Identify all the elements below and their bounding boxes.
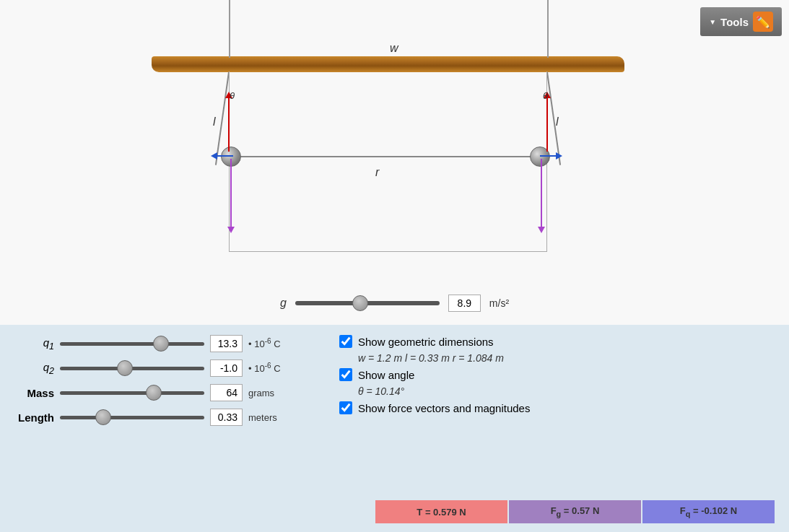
r-label: r [375,166,379,179]
q1-value-box[interactable]: 13.3 [210,335,243,352]
gravity-arrow-left [230,159,232,231]
theta-label-right: θ [543,90,548,101]
tools-label: Tools [720,16,749,28]
force-bar-Fq: Fq = -0.102 N [642,500,775,523]
q2-value-box[interactable]: -1.0 [210,359,243,377]
show-angle-label: Show angle [358,369,414,381]
angle-value: θ = 10.14° [358,385,775,397]
string-left-top [229,0,230,58]
q2-row: q2 -1.0 • 10-6 C [14,359,318,377]
length-row: Length 0.33 meters [14,409,318,426]
chevron-icon: ▼ [709,18,716,26]
theta-label-left: θ [230,90,235,101]
mass-slider-thumb[interactable] [146,385,162,401]
r-line [231,156,541,157]
q1-slider-thumb[interactable] [153,336,169,352]
l-label-right: l [556,115,559,128]
force-bar-T: T = 0.579 N [375,500,507,523]
g-slider-thumb[interactable] [352,295,368,311]
simulation-area: ▼ Tools ✏️ w r l l θ θ g 8.9 m/s² [0,0,789,325]
mass-unit: grams [248,388,274,398]
mass-slider-track[interactable] [60,391,204,395]
show-force-checkbox[interactable] [339,401,352,414]
length-label: Length [14,411,54,424]
q2-exponent: -6 [265,362,271,370]
show-force-row: Show force vectors and magnitudes [339,401,775,414]
q1-slider-track[interactable] [60,342,204,346]
g-label: g [280,297,287,310]
tools-icon: ✏️ [753,12,773,32]
length-slider-track[interactable] [60,416,204,419]
q1-row: q1 13.3 • 10-6 C [14,335,318,352]
show-angle-row: Show angle [339,368,775,381]
l-label-left: l [213,115,216,128]
right-controls: Show geometric dimensions w = 1.2 m l = … [339,335,775,522]
length-value-box[interactable]: 0.33 [210,409,243,426]
mass-label: Mass [14,387,54,399]
show-angle-checkbox[interactable] [339,368,352,381]
q2-unit: • 10-6 C [248,362,281,374]
w-label: w [390,42,398,55]
length-unit: meters [248,412,277,423]
mass-row: Mass 64 grams [14,384,318,401]
q2-slider-track[interactable] [60,367,204,370]
force-arrow-left [213,155,233,157]
tension-arrow-right [546,94,548,152]
q2-slider-thumb[interactable] [117,360,133,376]
force-T-value: T = 0.579 N [417,507,466,518]
hline-bottom [229,251,547,252]
tension-arrow-left [228,94,230,152]
gravity-arrow-right [541,159,542,231]
g-slider-area: g 8.9 m/s² [0,295,789,312]
mass-value-box[interactable]: 64 [210,384,243,401]
force-Fq-value: Fq = -0.102 N [680,505,737,518]
g-value-box[interactable]: 8.9 [448,295,481,312]
show-geometric-checkbox[interactable] [339,335,352,348]
q1-exponent: -6 [265,337,271,345]
force-bars: T = 0.579 N Fg = 0.57 N Fq = -0.102 N [375,500,775,523]
force-arrow-right [540,155,560,157]
q1-unit: • 10-6 C [248,337,281,349]
g-unit-label: m/s² [489,297,509,309]
force-bar-Fg: Fg = 0.57 N [509,500,641,523]
dimension-values: w = 1.2 m l = 0.33 m r = 1.084 m [358,352,775,364]
force-Fg-value: Fg = 0.57 N [551,505,600,518]
beam [152,56,624,72]
q2-label: q2 [14,361,54,376]
g-slider-track[interactable] [295,301,440,305]
show-geometric-row: Show geometric dimensions [339,335,775,348]
q1-label: q1 [14,336,54,352]
string-right-top [547,0,549,58]
tools-button[interactable]: ▼ Tools ✏️ [700,7,782,36]
show-geometric-label: Show geometric dimensions [358,336,494,348]
show-force-label: Show force vectors and magnitudes [358,402,530,414]
left-controls: q1 13.3 • 10-6 C q2 -1.0 • 10-6 C Mass [14,335,318,522]
length-slider-thumb[interactable] [95,409,111,425]
controls-panel: q1 13.3 • 10-6 C q2 -1.0 • 10-6 C Mass [0,325,789,532]
